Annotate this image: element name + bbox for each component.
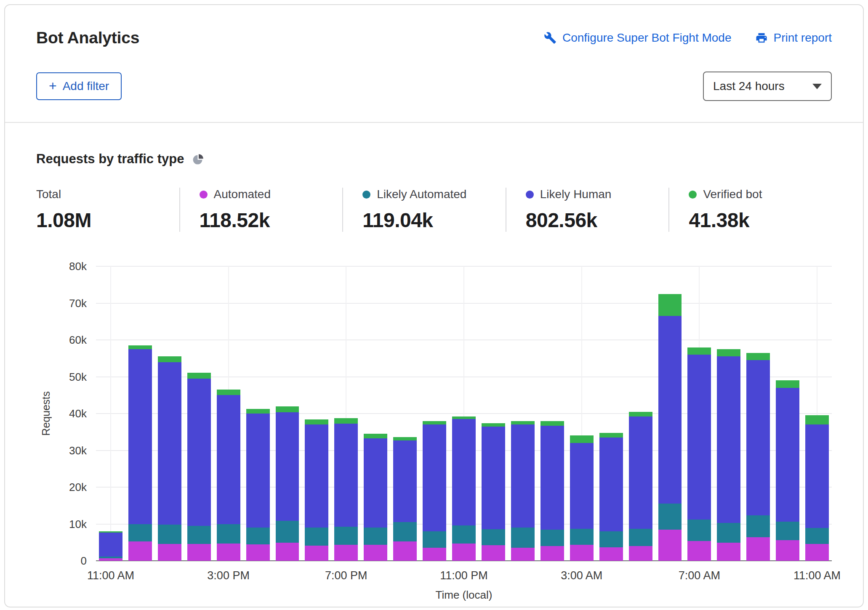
print-report-link[interactable]: Print report	[755, 31, 832, 45]
x-axis-labels: 11:00 AM3:00 PM7:00 PM11:00 PM3:00 AM7:0…	[96, 561, 832, 587]
stat-automated-value: 118.52k	[200, 209, 343, 232]
y-tick-label: 40k	[69, 407, 87, 420]
segment-automated	[599, 547, 623, 561]
analytics-card: Bot Analytics Configure Super Bot Fight …	[4, 4, 864, 607]
bar-slot-10[interactable]	[390, 266, 420, 561]
bar-slot-1[interactable]	[125, 266, 155, 561]
stacked-bar	[452, 266, 476, 561]
bar-slot-8[interactable]	[331, 266, 361, 561]
stat-total-value: 1.08M	[36, 209, 179, 232]
segment-likely-automated	[393, 522, 417, 541]
title-row: Bot Analytics Configure Super Bot Fight …	[36, 29, 832, 47]
x-tick-label: 11:00 PM	[440, 569, 488, 582]
bar-slot-4[interactable]	[214, 266, 243, 561]
segment-likely-automated	[158, 525, 181, 544]
stat-automated-label: Automated	[214, 188, 271, 201]
bar-slot-15[interactable]	[538, 266, 567, 561]
segment-verified-bot	[482, 423, 505, 427]
configure-super-bot-fight-mode-link[interactable]: Configure Super Bot Fight Mode	[544, 31, 732, 45]
segment-likely-automated	[541, 530, 564, 546]
configure-link-label: Configure Super Bot Fight Mode	[562, 31, 732, 45]
likely-human-dot-icon	[526, 191, 534, 199]
segment-likely-automated	[128, 524, 152, 541]
stacked-bar	[246, 266, 270, 561]
bar-slot-0[interactable]	[96, 266, 125, 561]
bar-slot-21[interactable]	[714, 266, 743, 561]
header: Bot Analytics Configure Super Bot Fight …	[5, 5, 863, 123]
segment-likely-automated	[776, 522, 799, 540]
bar-slot-16[interactable]	[567, 266, 596, 561]
segment-automated	[128, 541, 152, 561]
bar-slot-12[interactable]	[449, 266, 479, 561]
stacked-bar	[364, 266, 387, 561]
segment-automated	[423, 548, 446, 561]
stacked-bar	[128, 266, 152, 561]
bar-slot-22[interactable]	[743, 266, 773, 561]
segment-automated	[746, 537, 770, 561]
bar-slot-6[interactable]	[273, 266, 302, 561]
bar-slot-13[interactable]	[479, 266, 508, 561]
bar-slot-2[interactable]	[155, 266, 184, 561]
verified-bot-dot-icon	[689, 191, 697, 199]
segment-likely-human	[99, 533, 122, 557]
section-title: Requests by traffic type	[36, 151, 184, 167]
segment-verified-bot	[128, 345, 152, 349]
segment-likely-automated	[717, 523, 740, 543]
segment-likely-human	[511, 424, 535, 528]
bar-slot-17[interactable]	[596, 266, 626, 561]
bar-slot-11[interactable]	[420, 266, 449, 561]
segment-likely-automated	[305, 528, 328, 546]
add-filter-button[interactable]: + Add filter	[36, 72, 122, 100]
segment-likely-automated	[599, 531, 623, 547]
segment-likely-automated	[746, 515, 770, 538]
segment-verified-bot	[334, 418, 358, 423]
segment-verified-bot	[746, 353, 770, 361]
segment-verified-bot	[511, 421, 535, 424]
stat-total-label: Total	[36, 188, 61, 201]
bar-slot-23[interactable]	[773, 266, 802, 561]
bar-slot-24[interactable]	[802, 266, 832, 561]
segment-verified-bot	[187, 373, 211, 379]
stacked-bar	[158, 266, 181, 561]
header-links: Configure Super Bot Fight Mode Print rep…	[544, 31, 832, 45]
bar-slot-7[interactable]	[302, 266, 331, 561]
x-tick-label: 7:00 PM	[325, 569, 367, 582]
segment-likely-human	[364, 438, 387, 528]
stacked-bar	[687, 266, 711, 561]
bar-slot-19[interactable]	[655, 266, 685, 561]
segment-verified-bot	[305, 419, 328, 424]
segment-likely-automated	[629, 529, 652, 546]
y-tick-label: 0	[81, 554, 87, 568]
traffic-stats: Total 1.08M Automated 118.52k Likely Aut…	[36, 188, 832, 232]
segment-likely-human	[158, 362, 181, 525]
stacked-bar	[599, 266, 623, 561]
pie-chart-icon	[192, 153, 204, 165]
segment-likely-human	[482, 427, 505, 529]
x-tick-label: 3:00 PM	[207, 569, 250, 582]
bar-slot-18[interactable]	[626, 266, 655, 561]
time-range-value: Last 24 hours	[713, 80, 785, 93]
segment-likely-human	[423, 424, 446, 531]
stat-likely-automated-value: 119.04k	[362, 209, 506, 232]
bar-slot-20[interactable]	[684, 266, 714, 561]
segment-automated	[158, 544, 181, 561]
stat-likely-human-label: Likely Human	[540, 188, 612, 201]
automated-dot-icon	[200, 191, 208, 199]
plus-icon: +	[49, 81, 57, 92]
stacked-bar	[776, 266, 799, 561]
likely-automated-dot-icon	[362, 191, 370, 199]
x-tick-label: 7:00 AM	[679, 569, 720, 582]
segment-likely-human	[687, 355, 711, 520]
bar-slot-14[interactable]	[508, 266, 538, 561]
plot-area	[96, 266, 832, 561]
segment-verified-bot	[246, 409, 270, 414]
y-tick-label: 10k	[69, 517, 87, 530]
bar-slot-9[interactable]	[361, 266, 390, 561]
time-range-select[interactable]: Last 24 hours	[703, 72, 832, 101]
bar-slot-5[interactable]	[243, 266, 273, 561]
segment-automated	[570, 545, 594, 561]
segment-likely-human	[187, 379, 211, 526]
segment-verified-bot	[217, 390, 240, 395]
y-tick-label: 30k	[69, 444, 87, 457]
bar-slot-3[interactable]	[184, 266, 214, 561]
